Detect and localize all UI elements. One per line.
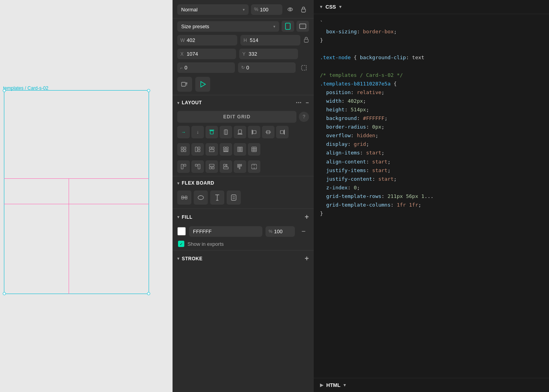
guide-line-h1 xyxy=(4,178,149,179)
y-label: Y xyxy=(242,51,247,57)
svg-rect-28 xyxy=(212,147,214,149)
align-flow-right[interactable]: → xyxy=(177,126,190,138)
card-frame[interactable] xyxy=(4,90,149,294)
css-dropdown-chevron[interactable]: ▾ xyxy=(339,4,342,9)
fill-chevron[interactable]: ▾ xyxy=(177,215,180,219)
properties-panel: Normal ▾ % 100 Size presets ▾ xyxy=(173,0,314,392)
flex-container-icon[interactable] xyxy=(227,191,241,205)
html-section-header: ▶ HTML ▾ xyxy=(314,378,549,392)
align-bottom[interactable] xyxy=(234,126,246,138)
blend-mode-select[interactable]: Normal ▾ xyxy=(177,4,249,15)
fill-hex-value[interactable]: FFFFFF xyxy=(189,226,262,237)
svg-rect-22 xyxy=(181,150,183,152)
action-btn-row xyxy=(173,74,314,94)
layout-more-btn[interactable]: ··· xyxy=(296,99,302,106)
resize-fit-icon[interactable] xyxy=(299,63,309,73)
size-presets-select[interactable]: Size presets ▾ xyxy=(177,21,279,32)
opacity-field[interactable]: % 100 xyxy=(251,4,282,15)
svg-rect-19 xyxy=(280,131,284,134)
grid-dense[interactable] xyxy=(220,143,232,156)
align-center-v[interactable] xyxy=(220,126,232,138)
svg-rect-30 xyxy=(224,147,225,149)
align-left[interactable] xyxy=(248,126,260,138)
svg-rect-59 xyxy=(252,166,256,167)
html-dropdown-chevron[interactable]: ▾ xyxy=(344,383,346,388)
align-right[interactable] xyxy=(276,126,289,138)
stroke-add-btn[interactable]: + xyxy=(305,254,309,263)
svg-rect-35 xyxy=(238,147,239,152)
flex-h-icon[interactable] xyxy=(177,191,191,205)
corner-icon: ⌐ xyxy=(180,65,183,70)
height-value: 514 xyxy=(250,37,258,43)
grid-r4[interactable] xyxy=(220,160,232,173)
resize-handle-bl[interactable] xyxy=(3,292,6,295)
css-chevron-icon[interactable]: ▾ xyxy=(320,4,322,9)
grid-r2[interactable] xyxy=(191,160,204,173)
show-in-exports-checkbox[interactable]: ✓ xyxy=(178,241,184,247)
resize-action-btn[interactable] xyxy=(177,77,192,92)
mobile-portrait-icon[interactable] xyxy=(282,21,294,32)
fill-remove-btn[interactable]: − xyxy=(298,226,309,237)
align-flow-down[interactable]: ↓ xyxy=(191,126,204,138)
lock-icon[interactable] xyxy=(298,4,309,15)
corner-field[interactable]: ⌐ 0 xyxy=(177,62,235,73)
flex-text-icon[interactable] xyxy=(210,191,224,205)
svg-rect-27 xyxy=(209,147,211,149)
svg-rect-3 xyxy=(285,23,290,29)
fill-add-btn[interactable]: + xyxy=(305,213,309,221)
grid-masonry[interactable] xyxy=(234,160,246,173)
play-action-btn[interactable] xyxy=(195,77,210,92)
svg-rect-53 xyxy=(224,167,228,169)
code-display[interactable]: ` box-sizing: border-box; } .text-node {… xyxy=(314,14,549,378)
visibility-icon[interactable] xyxy=(285,4,296,15)
flex-chevron[interactable]: ▾ xyxy=(177,181,180,185)
fill-hex-text: FFFFFF xyxy=(193,229,212,234)
resize-handle-br[interactable] xyxy=(147,292,150,295)
code-panel: ▾ CSS ▾ ` box-sizing: border-box; } .tex… xyxy=(314,0,549,392)
grid-cols[interactable] xyxy=(234,143,246,156)
svg-rect-32 xyxy=(224,149,225,151)
grid-4[interactable] xyxy=(177,143,190,156)
svg-rect-8 xyxy=(209,130,214,131)
y-field[interactable]: Y 332 xyxy=(239,49,298,59)
html-label: HTML xyxy=(326,382,340,388)
grid-help-btn[interactable]: ? xyxy=(299,112,309,122)
grid-2x2[interactable] xyxy=(191,143,204,156)
stroke-chevron[interactable]: ▾ xyxy=(177,256,180,261)
grid-table[interactable] xyxy=(248,143,260,156)
html-expand-icon[interactable]: ▶ xyxy=(320,383,323,388)
grid-r3[interactable] xyxy=(205,160,218,173)
mobile-landscape-icon[interactable] xyxy=(296,21,309,32)
grid-equal-cols[interactable] xyxy=(248,160,260,173)
align-center-h[interactable] xyxy=(262,126,274,138)
show-in-exports-row: ✓ Show in exports xyxy=(173,238,314,249)
svg-rect-23 xyxy=(184,150,186,152)
fill-value-row: FFFFFF % 100 − xyxy=(173,224,314,238)
width-field[interactable]: W 402 xyxy=(177,35,237,45)
grid-2x2-b[interactable] xyxy=(205,143,218,156)
fill-opacity-field[interactable]: % 100 xyxy=(265,226,295,237)
x-field[interactable]: X 1074 xyxy=(177,49,236,59)
svg-rect-13 xyxy=(238,134,242,134)
layout-collapse-btn[interactable]: − xyxy=(305,100,309,106)
fill-color-swatch[interactable] xyxy=(177,227,186,236)
svg-rect-67 xyxy=(231,195,236,200)
flex-oval-icon[interactable] xyxy=(194,191,208,205)
guide-line-h2 xyxy=(4,204,149,204)
rotate-field[interactable]: ↻ 0 xyxy=(238,62,296,73)
resize-handle-tl[interactable] xyxy=(3,89,6,92)
size-presets-label: Size presets xyxy=(181,24,209,29)
height-field[interactable]: H 514 xyxy=(240,35,300,45)
svg-point-0 xyxy=(288,8,293,11)
svg-rect-36 xyxy=(240,147,241,152)
svg-rect-43 xyxy=(181,164,183,169)
layout-label: LAYOUT xyxy=(182,100,202,105)
align-top[interactable] xyxy=(205,126,218,138)
svg-rect-2 xyxy=(302,9,305,12)
wh-lock-icon[interactable] xyxy=(304,36,309,44)
layout-chevron[interactable]: ▾ xyxy=(177,101,180,105)
resize-handle-tr[interactable] xyxy=(147,89,150,92)
edit-grid-btn[interactable]: EDIT GRID xyxy=(177,111,296,123)
svg-rect-47 xyxy=(209,164,214,166)
grid-r1[interactable] xyxy=(177,160,190,173)
